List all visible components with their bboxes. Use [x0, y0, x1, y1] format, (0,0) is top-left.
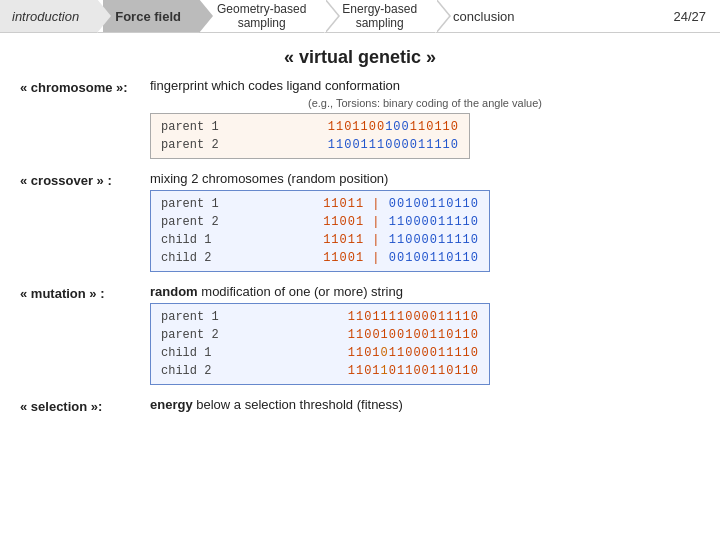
selection-section: « selection »: energy below a selection …: [20, 397, 700, 416]
co-p2-val: 11001 | 11000011110: [323, 213, 479, 231]
co-p1-val: 11011 | 00100110110: [323, 195, 479, 213]
crossover-label: « crossover » :: [20, 171, 150, 188]
chr-p2-val: 1100111000011110: [328, 136, 459, 154]
mutation-desc: random modification of one (or more) str…: [150, 284, 700, 299]
mut-p1-val: 1101111000011110: [348, 308, 479, 326]
selection-label: « selection »:: [20, 397, 150, 414]
chromosome-label: « chromosome »:: [20, 78, 150, 95]
mutation-label: « mutation » :: [20, 284, 150, 301]
nav-item-conclusion[interactable]: conclusion: [441, 0, 526, 32]
co-c1-label: child 1: [161, 231, 221, 249]
selection-content: energy below a selection threshold (fitn…: [150, 397, 700, 416]
mut-c2-val: 1101101100110110: [348, 362, 479, 380]
nav-item-forcefield[interactable]: Force field: [103, 0, 199, 32]
crossover-desc: mixing 2 chromosomes (random position): [150, 171, 700, 186]
mut-c1-label: child 1: [161, 344, 221, 362]
co-c2-val: 11001 | 00100110110: [323, 249, 479, 267]
selection-suffix: below a selection threshold (fitness): [196, 397, 403, 412]
chromosome-section: « chromosome »: fingerprint which codes …: [20, 78, 700, 163]
mutation-bold: random: [150, 284, 198, 299]
chr-p1-label: parent 1: [161, 118, 221, 136]
nav-item-geometry[interactable]: Geometry-basedsampling: [205, 0, 324, 32]
co-c1-val: 11011 | 11000011110: [323, 231, 479, 249]
crossover-row3: child 1 11011 | 11000011110: [161, 231, 479, 249]
chromosome-subdesc: (e.g., Torsions: binary coding of the an…: [150, 97, 700, 109]
nav-label-geometry: Geometry-basedsampling: [217, 2, 306, 31]
crossover-row2: parent 2 11001 | 11000011110: [161, 213, 479, 231]
chromosome-desc: fingerprint which codes ligand conformat…: [150, 78, 700, 93]
crossover-codebox: parent 1 11011 | 00100110110 parent 2 11…: [150, 190, 490, 272]
nav-item-energy[interactable]: Energy-basedsampling: [330, 0, 435, 32]
main-content: « virtual genetic » « chromosome »: fing…: [0, 33, 720, 432]
co-p2-label: parent 2: [161, 213, 221, 231]
chromosome-row2: parent 2 1100111000011110: [161, 136, 459, 154]
page-number: 24/27: [673, 9, 714, 24]
nav-label-conclusion: conclusion: [453, 9, 514, 24]
nav-item-introduction[interactable]: introduction: [0, 0, 97, 32]
crossover-row1: parent 1 11011 | 00100110110: [161, 195, 479, 213]
chromosome-codebox: parent 1 1101100100110110 parent 2 11001…: [150, 113, 470, 159]
mutation-section: « mutation » : random modification of on…: [20, 284, 700, 389]
co-p1-label: parent 1: [161, 195, 221, 213]
co-c2-label: child 2: [161, 249, 221, 267]
mut-row3: child 1 1101011000011110: [161, 344, 479, 362]
mut-p2-label: parent 2: [161, 326, 221, 344]
nav-label-energy: Energy-basedsampling: [342, 2, 417, 31]
mutation-codebox: parent 1 1101111000011110 parent 2 11001…: [150, 303, 490, 385]
title-text: « virtual genetic »: [284, 47, 436, 67]
chr-p2-label: parent 2: [161, 136, 221, 154]
crossover-content: mixing 2 chromosomes (random position) p…: [150, 171, 700, 276]
mut-p2-val: 1100100100110110: [348, 326, 479, 344]
mut-c1-val: 1101011000011110: [348, 344, 479, 362]
navigation-bar: introduction Force field Geometry-baseds…: [0, 0, 720, 33]
mut-row2: parent 2 1100100100110110: [161, 326, 479, 344]
mut-row4: child 2 1101101100110110: [161, 362, 479, 380]
selection-bold: energy: [150, 397, 193, 412]
crossover-row4: child 2 11001 | 00100110110: [161, 249, 479, 267]
crossover-section: « crossover » : mixing 2 chromosomes (ra…: [20, 171, 700, 276]
mut-p1-label: parent 1: [161, 308, 221, 326]
nav-label-introduction: introduction: [12, 9, 79, 24]
chromosome-row1: parent 1 1101100100110110: [161, 118, 459, 136]
page-title: « virtual genetic »: [20, 47, 700, 68]
chr-p1-val: 1101100100110110: [328, 118, 459, 136]
chromosome-content: fingerprint which codes ligand conformat…: [150, 78, 700, 163]
nav-label-forcefield: Force field: [115, 9, 181, 24]
mut-c2-label: child 2: [161, 362, 221, 380]
mutation-content: random modification of one (or more) str…: [150, 284, 700, 389]
selection-desc: energy below a selection threshold (fitn…: [150, 397, 700, 412]
mutation-suffix: modification of one (or more) string: [201, 284, 403, 299]
mut-row1: parent 1 1101111000011110: [161, 308, 479, 326]
